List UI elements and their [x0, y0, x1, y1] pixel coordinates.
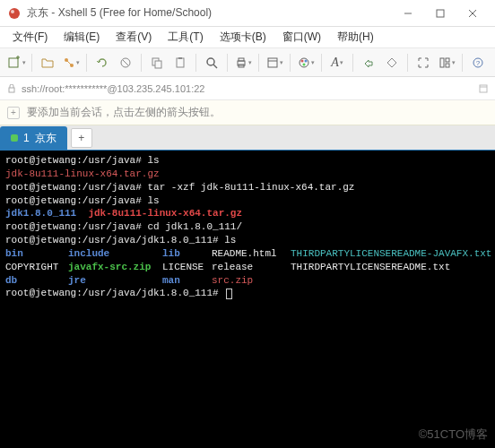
- maximize-button[interactable]: [425, 3, 456, 24]
- tab-label: 京东: [35, 131, 56, 146]
- find-button[interactable]: [201, 52, 222, 73]
- watermark: ©51CTO博客: [419, 426, 488, 443]
- svg-line-19: [213, 65, 217, 68]
- disconnect-button[interactable]: [115, 52, 136, 73]
- svg-line-13: [123, 60, 128, 65]
- open-button[interactable]: [37, 52, 58, 73]
- tipbar: + 要添加当前会话，点击左侧的箭头按钮。: [0, 100, 495, 125]
- terminal-ls-row: COPYRIGHTjavafx-src.zipLICENSEreleaseTHI…: [5, 262, 450, 272]
- svg-rect-6: [9, 58, 18, 67]
- terminal-line: root@jetwang:/usr/java# ls: [5, 155, 160, 166]
- separator: [141, 54, 142, 72]
- transfer-button[interactable]: [358, 52, 379, 73]
- tabbar: 1 京东 +: [0, 125, 495, 151]
- terminal-ls-row: dbjremansrc.zip: [5, 275, 291, 286]
- menu-window[interactable]: 窗口(W): [275, 28, 328, 47]
- menu-view[interactable]: 查看(V): [109, 28, 159, 47]
- paste-button[interactable]: [169, 52, 191, 73]
- terminal-line: jdk1.8.0_111 jdk-8u111-linux-x64.tar.gz: [5, 208, 242, 219]
- separator: [290, 54, 291, 72]
- svg-line-11: [67, 61, 71, 65]
- font-button[interactable]: A▾: [326, 52, 348, 73]
- lock-icon: [7, 84, 16, 93]
- app-icon: [7, 6, 22, 21]
- svg-point-1: [11, 10, 14, 13]
- svg-rect-21: [239, 58, 244, 61]
- terminal-prompt: root@jetwang:/usr/java/jdk1.8.0_111#: [5, 288, 224, 298]
- tab-add-button[interactable]: +: [71, 128, 92, 148]
- terminal[interactable]: root@jetwang:/usr/java# ls jdk-8u111-lin…: [0, 151, 495, 448]
- toolbar: ▾ ▾ ▾ ▾ ▾ A▾ ▾ ?: [0, 48, 495, 77]
- separator: [407, 54, 408, 72]
- separator: [321, 54, 322, 72]
- reconnect-button[interactable]: [91, 52, 113, 73]
- help-button[interactable]: ?: [467, 52, 489, 73]
- separator: [31, 54, 32, 72]
- color-button[interactable]: ▾: [295, 52, 317, 73]
- svg-point-0: [9, 8, 20, 19]
- connect-button[interactable]: ▾: [60, 52, 82, 73]
- address-text[interactable]: ssh://root:***********@103.235.245.101:2…: [22, 83, 204, 94]
- terminal-cursor: [226, 289, 232, 299]
- properties-button[interactable]: ▾: [264, 52, 285, 73]
- titlebar-title: 京东 - Xshell 5 (Free for Home/School): [27, 5, 393, 21]
- tip-add-button[interactable]: +: [7, 107, 20, 119]
- terminal-line: root@jetwang:/usr/java/jdk1.8.0_111# ls: [5, 235, 236, 246]
- script-button[interactable]: [381, 52, 403, 73]
- copy-button[interactable]: [146, 52, 168, 73]
- terminal-ls-row: binincludelibREADME.htmlTHIRDPARTYLICENS…: [5, 248, 491, 259]
- tab-status-icon: [11, 134, 18, 142]
- menu-help[interactable]: 帮助(H): [330, 28, 381, 47]
- svg-text:?: ?: [476, 59, 481, 67]
- addressbar-dropdown-icon[interactable]: [479, 84, 488, 93]
- tab-session-1[interactable]: 1 京东: [0, 126, 67, 150]
- terminal-line: root@jetwang:/usr/java# tar -xzf jdk-8u1…: [5, 182, 354, 193]
- separator: [352, 54, 353, 72]
- terminal-line: jdk-8u111-linux-x64.tar.gz: [5, 168, 160, 179]
- svg-rect-23: [268, 58, 277, 67]
- separator: [258, 54, 259, 72]
- menu-tabs[interactable]: 选项卡(B): [213, 28, 274, 47]
- svg-rect-31: [446, 64, 449, 67]
- svg-rect-30: [446, 58, 449, 62]
- svg-point-18: [207, 58, 214, 65]
- menu-tools[interactable]: 工具(T): [161, 28, 210, 47]
- tip-text: 要添加当前会话，点击左侧的箭头按钮。: [27, 105, 221, 120]
- svg-point-27: [304, 59, 307, 62]
- titlebar: 京东 - Xshell 5 (Free for Home/School): [0, 0, 495, 27]
- print-button[interactable]: ▾: [232, 52, 254, 73]
- menu-file[interactable]: 文件(F): [5, 28, 55, 47]
- svg-rect-29: [440, 58, 444, 67]
- addressbar: ssh://root:***********@103.235.245.101:2…: [0, 77, 495, 100]
- tab-index: 1: [23, 132, 30, 144]
- svg-rect-15: [155, 61, 161, 68]
- separator: [462, 54, 463, 72]
- menu-edit[interactable]: 编辑(E): [56, 28, 107, 47]
- terminal-line: root@jetwang:/usr/java# ls: [5, 195, 160, 206]
- separator: [86, 54, 87, 72]
- svg-rect-34: [9, 88, 14, 92]
- minimize-button[interactable]: [393, 3, 423, 24]
- close-button[interactable]: [457, 3, 488, 24]
- terminal-line: root@jetwang:/usr/java# cd jdk1.8.0_111/: [5, 221, 242, 232]
- layout-button[interactable]: ▾: [436, 52, 457, 73]
- svg-point-26: [300, 59, 303, 62]
- svg-point-28: [302, 63, 305, 65]
- svg-rect-16: [177, 58, 184, 67]
- separator: [227, 54, 228, 72]
- window-controls: [393, 3, 488, 24]
- menubar: 文件(F) 编辑(E) 查看(V) 工具(T) 选项卡(B) 窗口(W) 帮助(…: [0, 27, 495, 48]
- separator: [195, 54, 196, 72]
- new-session-button[interactable]: ▾: [5, 52, 27, 73]
- svg-rect-35: [480, 85, 487, 92]
- svg-rect-3: [437, 10, 444, 17]
- fullscreen-button[interactable]: [412, 52, 434, 73]
- svg-rect-17: [178, 57, 182, 59]
